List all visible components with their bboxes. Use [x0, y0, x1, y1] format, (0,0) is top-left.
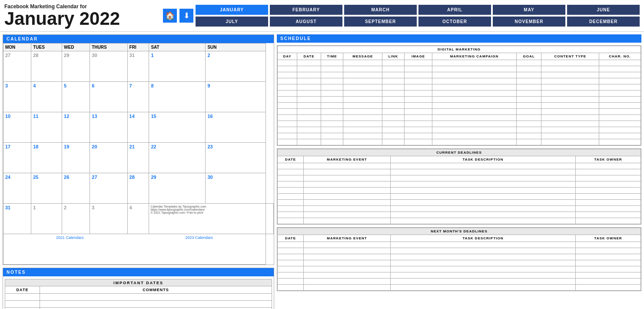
month-btn-january[interactable]: JANUARY [196, 5, 268, 15]
dl-cell[interactable] [278, 188, 304, 194]
dl-cell[interactable] [391, 163, 576, 169]
dm-cell[interactable] [404, 115, 432, 121]
dl-cell[interactable] [576, 188, 641, 194]
dm-cell[interactable] [599, 66, 641, 72]
dm-cell[interactable] [541, 97, 599, 103]
dm-cell[interactable] [297, 115, 321, 121]
dm-cell[interactable] [599, 72, 641, 78]
dm-cell[interactable] [541, 78, 599, 84]
dm-cell[interactable] [432, 66, 516, 72]
dm-cell[interactable] [321, 109, 343, 115]
dm-cell[interactable] [278, 84, 297, 91]
dm-cell[interactable] [541, 91, 599, 97]
dm-cell[interactable] [599, 97, 641, 103]
dm-cell[interactable] [404, 60, 432, 66]
dm-cell[interactable] [516, 60, 541, 66]
dm-cell[interactable] [432, 78, 516, 84]
dm-cell[interactable] [297, 103, 321, 109]
dm-cell[interactable] [343, 103, 382, 109]
dl-cell[interactable] [304, 279, 391, 285]
dl-cell[interactable] [391, 254, 576, 260]
dl-cell[interactable] [278, 200, 304, 206]
dl-cell[interactable] [278, 279, 304, 285]
dl-cell[interactable] [391, 260, 576, 266]
dl-cell[interactable] [304, 254, 391, 260]
month-btn-december[interactable]: DECEMBER [567, 17, 640, 27]
dl-cell[interactable] [576, 272, 641, 279]
dm-cell[interactable] [404, 127, 432, 133]
dm-cell[interactable] [321, 121, 343, 127]
dl-cell[interactable] [304, 218, 391, 224]
dl-cell[interactable] [576, 218, 641, 224]
dm-cell[interactable] [404, 72, 432, 78]
dm-cell[interactable] [404, 78, 432, 84]
dm-cell[interactable] [432, 121, 516, 127]
notes-date-cell[interactable] [5, 294, 40, 301]
dm-cell[interactable] [541, 66, 599, 72]
dl-cell[interactable] [391, 248, 576, 254]
dl-cell[interactable] [576, 254, 641, 260]
dl-cell[interactable] [278, 163, 304, 169]
dm-cell[interactable] [278, 109, 297, 115]
dm-cell[interactable] [404, 84, 432, 91]
dm-cell[interactable] [321, 66, 343, 72]
dm-cell[interactable] [432, 60, 516, 66]
dl-cell[interactable] [391, 200, 576, 206]
dm-cell[interactable] [278, 78, 297, 84]
dm-cell[interactable] [297, 78, 321, 84]
dm-cell[interactable] [541, 60, 599, 66]
month-btn-november[interactable]: NOVEMBER [493, 17, 565, 27]
dm-cell[interactable] [278, 115, 297, 121]
month-btn-march[interactable]: MARCH [344, 5, 417, 15]
dm-cell[interactable] [343, 91, 382, 97]
dm-cell[interactable] [599, 84, 641, 91]
dl-cell[interactable] [278, 218, 304, 224]
link-2023[interactable]: 2023 Calendars [186, 235, 213, 240]
dm-cell[interactable] [599, 109, 641, 115]
dl-cell[interactable] [391, 272, 576, 279]
dm-cell[interactable] [321, 60, 343, 66]
dl-cell[interactable] [391, 181, 576, 188]
dm-cell[interactable] [404, 109, 432, 115]
dm-cell[interactable] [278, 127, 297, 133]
dm-cell[interactable] [432, 72, 516, 78]
dl-cell[interactable] [278, 194, 304, 200]
dl-cell[interactable] [391, 206, 576, 212]
dl-cell[interactable] [304, 266, 391, 272]
dm-cell[interactable] [321, 84, 343, 91]
dl-cell[interactable] [391, 279, 576, 285]
dm-cell[interactable] [343, 139, 382, 145]
dm-cell[interactable] [382, 103, 405, 109]
dm-cell[interactable] [321, 115, 343, 121]
dm-cell[interactable] [599, 133, 641, 139]
dm-cell[interactable] [382, 109, 405, 115]
dl-cell[interactable] [278, 175, 304, 181]
dm-cell[interactable] [343, 78, 382, 84]
dm-cell[interactable] [321, 78, 343, 84]
month-btn-may[interactable]: MAY [493, 5, 565, 15]
dm-cell[interactable] [297, 139, 321, 145]
dl-cell[interactable] [304, 169, 391, 175]
dm-cell[interactable] [297, 72, 321, 78]
dm-cell[interactable] [297, 60, 321, 66]
dl-cell[interactable] [304, 206, 391, 212]
dm-cell[interactable] [516, 91, 541, 97]
dl-cell[interactable] [278, 212, 304, 218]
dl-cell[interactable] [576, 248, 641, 254]
dm-cell[interactable] [404, 66, 432, 72]
dl-cell[interactable] [278, 272, 304, 279]
dm-cell[interactable] [321, 133, 343, 139]
dm-cell[interactable] [297, 109, 321, 115]
dl-cell[interactable] [576, 279, 641, 285]
dm-cell[interactable] [516, 121, 541, 127]
dm-cell[interactable] [432, 133, 516, 139]
dm-cell[interactable] [599, 60, 641, 66]
dm-cell[interactable] [541, 133, 599, 139]
month-btn-september[interactable]: SEPTEMBER [344, 17, 417, 27]
dl-cell[interactable] [576, 266, 641, 272]
dm-cell[interactable] [382, 139, 405, 145]
dm-cell[interactable] [382, 78, 405, 84]
dm-cell[interactable] [343, 133, 382, 139]
dl-cell[interactable] [576, 212, 641, 218]
dm-cell[interactable] [343, 127, 382, 133]
